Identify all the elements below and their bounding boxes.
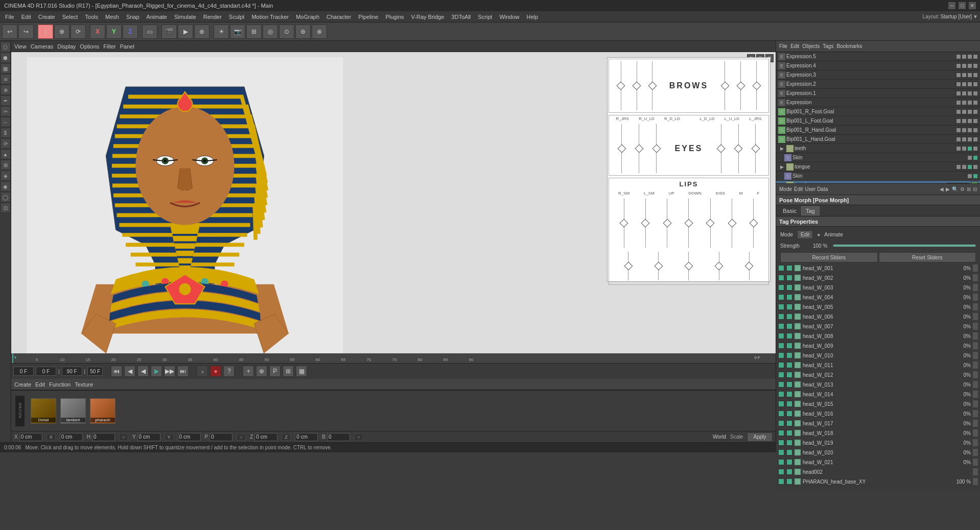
coord-y-toggle[interactable]: Y — [165, 433, 174, 441]
set-key-button[interactable]: ⬦ — [197, 366, 208, 377]
slider-check2-PHARAON_head_base_XY[interactable] — [786, 478, 792, 485]
tool-y[interactable]: Y — [106, 25, 122, 39]
menu-mesh[interactable]: Mesh — [102, 13, 122, 21]
menu-simulate[interactable]: Simulate — [171, 13, 199, 21]
dot2[interactable] — [962, 73, 967, 78]
slider-enable-head_W_014[interactable] — [778, 391, 784, 397]
dot4[interactable] — [973, 109, 978, 114]
camera-btn[interactable]: 📷 — [230, 25, 245, 39]
attr-menu-mode[interactable]: Mode — [779, 186, 792, 192]
dot3[interactable] — [967, 109, 972, 114]
coord-y2-input[interactable] — [178, 433, 201, 441]
dot1[interactable] — [956, 118, 961, 124]
viewport-menu-cameras[interactable]: Cameras — [31, 43, 54, 50]
mode-edit-btn[interactable]: Edit — [797, 230, 813, 239]
obj-menu-objects[interactable]: Objects — [802, 43, 820, 49]
dot2[interactable] — [973, 174, 978, 179]
select-rect[interactable]: ▭ — [142, 25, 157, 39]
menu-script[interactable]: Script — [475, 13, 495, 21]
slider-bar-head_W_013[interactable] — [973, 381, 978, 388]
teeth-expand-icon[interactable]: ▶ — [778, 145, 785, 152]
dot2[interactable] — [962, 109, 967, 114]
material-lambert[interactable]: lambert — [60, 398, 86, 424]
slider-check2-head_W_007[interactable] — [786, 323, 792, 329]
viewport-menu-view[interactable]: View — [14, 43, 27, 50]
menu-snap[interactable]: Snap — [123, 13, 143, 21]
dot2[interactable] — [962, 91, 967, 96]
dot4[interactable] — [973, 82, 978, 87]
timeline-toggle-button[interactable]: ⊞ — [283, 366, 294, 377]
dot3[interactable] — [967, 54, 972, 59]
menu-character[interactable]: Character — [323, 13, 354, 21]
coord-x-input[interactable] — [19, 433, 42, 441]
slider-check2-head_W_008[interactable] — [786, 333, 792, 339]
play-forward-button[interactable]: ▶▶ — [164, 366, 175, 377]
slider-check2-head_W_012[interactable] — [786, 372, 792, 378]
coord-h-input[interactable] — [92, 433, 115, 441]
slider-bar-head_W_010[interactable] — [973, 352, 978, 359]
dot2[interactable] — [962, 54, 967, 59]
dot4[interactable] — [973, 73, 978, 78]
slider-check2-head_W_013[interactable] — [786, 381, 792, 388]
obj-row-bip-lfoot[interactable]: B Bip001_L_Foot.Goal — [776, 116, 980, 126]
frame-end-input[interactable] — [62, 367, 82, 376]
slider-bar-head_W_005[interactable] — [973, 303, 978, 310]
auto-key-button[interactable]: ● — [210, 366, 221, 377]
record-sliders-button[interactable]: Record Sliders — [780, 252, 878, 262]
menu-animate[interactable]: Animate — [144, 13, 170, 21]
slider-enable-head_W_003[interactable] — [778, 284, 784, 291]
sidebar-icon-7[interactable]: ↔ — [1, 117, 11, 127]
sidebar-icon-11[interactable]: ⊞ — [1, 160, 11, 170]
dot4[interactable] — [973, 118, 978, 124]
slider-enable-PHARAON_head_base_XY[interactable] — [778, 478, 784, 485]
obj-row-tongue-skin[interactable]: S Skin — [776, 172, 980, 181]
slider-enable-head_W_004[interactable] — [778, 294, 784, 300]
sidebar-icon-15[interactable]: ⊡ — [1, 203, 11, 213]
slider-check2-head_W_001[interactable] — [786, 265, 792, 271]
obj-menu-tags[interactable]: Tags — [823, 43, 833, 49]
slider-bar-head_W_009[interactable] — [973, 342, 978, 349]
slider-enable-head_W_006[interactable] — [778, 314, 784, 320]
lips-lower-slider-4[interactable] — [716, 252, 722, 280]
coord-p-input[interactable] — [209, 433, 232, 441]
coord-p-toggle[interactable]: ○ — [237, 433, 246, 441]
dot1[interactable] — [956, 137, 961, 142]
material-menu-texture[interactable]: Texture — [75, 381, 93, 388]
slider-check2-head_W_014[interactable] — [786, 391, 792, 397]
slider-bar-head_W_017[interactable] — [973, 420, 978, 427]
viewport-content[interactable]: ⊞ ⊟ ⊠ — [11, 52, 776, 353]
render-btn[interactable]: ▶ — [178, 25, 193, 39]
dot4[interactable] — [973, 63, 978, 68]
dot3[interactable] — [958, 183, 963, 184]
viewport-menu-display[interactable]: Display — [57, 43, 76, 50]
dot2[interactable] — [962, 63, 967, 68]
slider-check2-head_W_019[interactable] — [786, 440, 792, 446]
head-expand-icon[interactable]: ▼ — [778, 182, 785, 184]
dot4[interactable] — [973, 146, 978, 151]
dot2[interactable] — [962, 146, 967, 151]
floor-btn[interactable]: ⊞ — [246, 25, 262, 39]
slider-bar-head_W_015[interactable] — [973, 400, 978, 407]
dot3[interactable] — [967, 91, 972, 96]
dot3[interactable] — [967, 82, 972, 87]
scale-tool[interactable]: ⊕ — [54, 25, 69, 39]
step-back-button[interactable]: ◀ — [124, 366, 135, 377]
lips-slider-7[interactable] — [751, 199, 757, 248]
dot4[interactable] — [973, 137, 978, 142]
env-btn[interactable]: ⊙ — [279, 25, 294, 39]
sidebar-icon-8[interactable]: $ — [1, 128, 11, 138]
slider-bar-head_W_007[interactable] — [973, 323, 978, 330]
dot2[interactable] — [962, 100, 967, 105]
attr-strength-bar[interactable] — [833, 244, 976, 247]
menu-file[interactable]: File — [2, 13, 17, 21]
slider-check2-head002[interactable] — [786, 469, 792, 475]
slider-bar-head_W_021[interactable] — [973, 459, 978, 466]
slider-enable-head_W_018[interactable] — [778, 430, 784, 436]
rotate-tool[interactable]: ⟳ — [71, 25, 86, 39]
slider-enable-head_W_016[interactable] — [778, 411, 784, 417]
slider-bar-head_W_001[interactable] — [973, 264, 978, 272]
slider-check2-head_W_009[interactable] — [786, 343, 792, 349]
dot3[interactable] — [967, 146, 972, 151]
window-controls[interactable]: ─ □ ✕ — [948, 2, 976, 9]
coord-z-toggle[interactable]: Z — [282, 433, 291, 441]
